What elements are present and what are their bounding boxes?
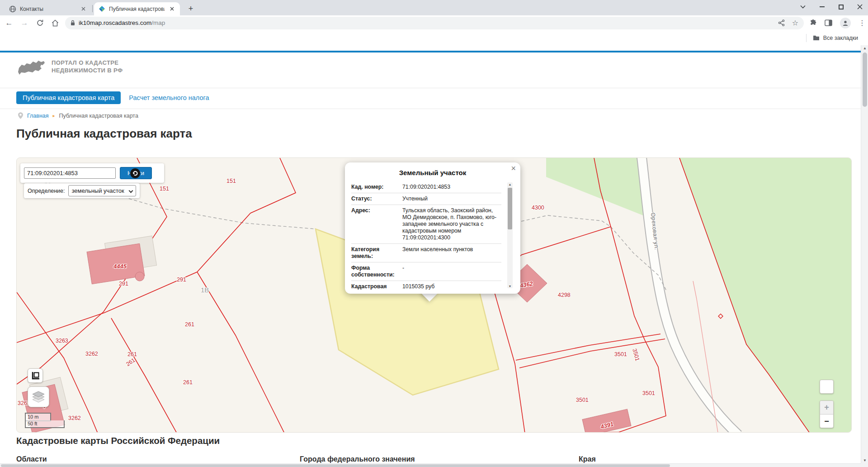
window-controls [798,0,864,14]
site-logo[interactable]: ПОРТАЛ О КАДАСТРЕ НЕДВИЖИМОСТИ В РФ [18,57,123,76]
tab-close-icon[interactable] [80,5,87,13]
browser-menu-icon[interactable]: ⋮ [859,19,866,27]
nav-public-map-button[interactable]: Публичная кадастровая карта [16,91,121,104]
share-icon[interactable] [778,19,785,26]
scrollbar-corner [861,463,868,467]
browser-toolbar: ← → ik10map.roscadastres.com/map ☆ ⋮ [0,15,868,30]
breadcrumb-home-link[interactable]: Главная [27,113,49,119]
lock-icon [70,19,76,26]
toolbar-actions: ⋮ [809,18,866,29]
breadcrumb: Главная ▸ Публичная кадастровая карта [18,112,138,119]
layers-button[interactable] [28,386,49,407]
side-panel-icon[interactable] [825,19,832,26]
cadastral-map[interactable]: 1511512912911В44453263326226126126126132… [16,157,852,433]
popup-row: Статус:Учтенный [351,193,501,205]
url-bar[interactable]: ik10map.roscadastres.com/map ☆ [65,17,804,29]
map-pin-icon [18,112,23,119]
measure-icon [31,371,40,380]
popup-row: Кадастровая стоимость:1015035 руб [351,281,501,291]
map-parcel-label: 3263 [56,338,68,344]
search-input[interactable] [24,167,116,179]
object-type-select[interactable]: земельный участок [68,185,136,196]
reload-icon[interactable] [33,17,46,29]
column-regions: Области [16,455,47,463]
vertical-scroll-thumb[interactable] [863,52,867,107]
scroll-up-icon[interactable]: ▲ [861,46,868,50]
breadcrumb-arrow-icon: ▸ [53,113,55,118]
home-icon[interactable] [49,17,61,29]
url-domain: ik10map.roscadastres.com [79,19,151,26]
site-favicon [99,5,105,12]
map-parcel-label: 1В [201,286,209,293]
site-logo-text: ПОРТАЛ О КАДАСТРЕ НЕДВИЖИМОСТИ В РФ [52,59,123,74]
scroll-up-icon[interactable]: ▲ [507,183,513,186]
nav-tax-calc-link[interactable]: Расчет земельного налога [129,94,209,101]
map-parcel-label: 4445 [113,263,127,269]
map-parcel-label: 3501 [642,391,655,396]
map-parcel-label: 261 [183,380,193,386]
popup-rows: Кад. номер:71:09:020201:4853Статус:Учтен… [351,181,501,291]
tab-cadastre-map[interactable]: Публичная кадастровая ка [94,2,180,15]
russia-map-icon [18,57,45,76]
search-panel: Найти [20,163,164,183]
bookmark-star-icon[interactable]: ☆ [792,19,798,27]
popup-row: Адрес:Тульская область, Заокский район, … [351,205,501,244]
map-parcel-label: 151 [226,178,236,184]
zoom-out-button[interactable]: − [820,415,833,428]
map-parcel-label: 3262 [68,415,81,421]
popup-title: Земельный участок [345,169,520,176]
measure-tool-button[interactable] [28,368,43,383]
scroll-down-icon[interactable]: ▼ [507,285,513,288]
extensions-icon[interactable] [809,19,817,27]
popup-row: Форма собственности:- [351,262,501,281]
tab-strip: Контакты Публичная кадастровая ка + [0,0,868,15]
bookmarks-bar: Все закладки [0,30,868,45]
new-tab-button[interactable]: + [185,3,196,14]
all-bookmarks-button[interactable]: Все закладки [813,35,858,41]
site-nav: Публичная кадастровая карта Расчет земел… [16,91,209,104]
horizontal-scrollbar[interactable] [0,463,861,467]
tab-title: Публичная кадастровая ка [109,6,165,12]
tab-search-icon[interactable] [798,2,807,11]
filter-label: Определение: [28,188,65,194]
logo-line-1: ПОРТАЛ О КАДАСТРЕ [52,59,123,67]
site-accent-bar [0,51,861,52]
popup-row: Кад. номер:71:09:020201:4853 [351,181,501,193]
tab-title: Контакты [20,6,76,12]
zoom-in-button[interactable]: + [820,401,833,415]
tab-close-icon[interactable] [168,5,175,13]
folder-icon [813,35,820,41]
map-parcel-label: 291 [119,281,128,287]
column-federal-cities: Города федерального значения [300,455,415,463]
breadcrumb-current: Публичная кадастровая карта [59,113,138,119]
horizontal-scroll-thumb[interactable] [1,464,670,467]
close-window-button[interactable] [855,2,864,11]
minimize-button[interactable] [817,2,826,11]
popup-close-icon[interactable]: × [511,164,516,172]
chevron-down-icon [129,189,133,193]
all-bookmarks-label: Все закладки [823,35,858,41]
map-parcel-label: 4298 [558,292,571,298]
url-path: /map [151,19,165,26]
browser-window: Контакты Публичная кадастровая ка + ← → … [0,0,868,467]
column-krais: Края [579,455,596,463]
filter-panel: Определение: земельный участок [24,183,140,198]
forward-icon[interactable]: → [18,17,31,29]
fullscreen-button[interactable] [820,380,834,394]
divider [0,88,861,88]
parcel-info-popup: × Земельный участок Кад. номер:71:09:020… [345,162,520,294]
profile-avatar[interactable] [840,18,851,29]
scale-bar-imperial: 50 ft [25,420,65,428]
maximize-button[interactable] [836,2,845,11]
vertical-scrollbar[interactable]: ▲ ▼ [861,45,868,463]
bookmarks-divider [806,34,807,42]
map-parcel-label: 151 [160,186,169,192]
scroll-down-icon[interactable]: ▼ [861,458,868,462]
map-parcel-label: 261 [185,322,194,328]
divider [0,109,861,109]
popup-scrollbar[interactable]: ▲ ▼ [507,182,513,288]
tab-contacts[interactable]: Контакты [5,2,91,15]
popup-scroll-thumb[interactable] [508,188,512,229]
back-icon[interactable]: ← [3,17,15,29]
map-parcel-label: 261 [127,352,137,357]
